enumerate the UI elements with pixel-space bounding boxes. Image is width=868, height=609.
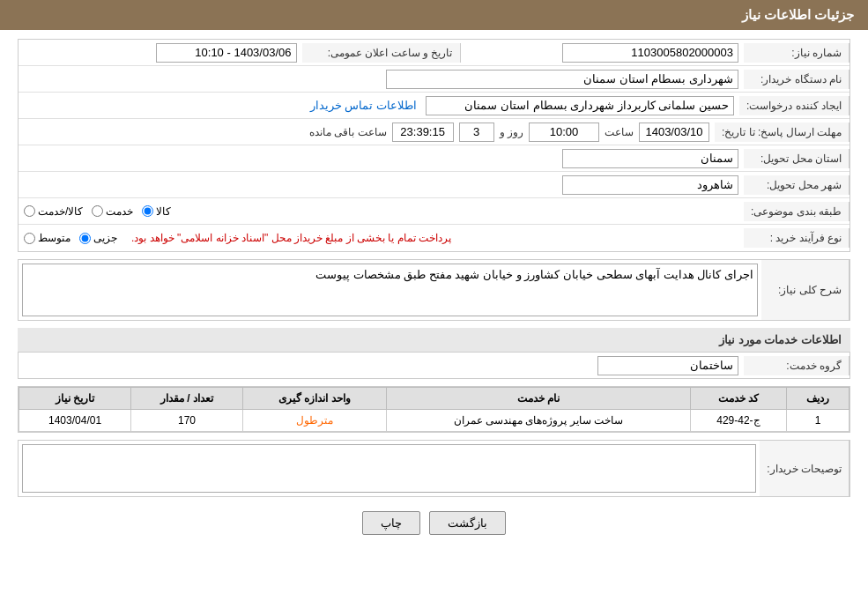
th-unit: واحد اندازه گیری [243,388,387,410]
label-need-number: شماره نیاز: [744,43,849,63]
value-delivery-province: سمنان [19,146,744,171]
buyer-desc-display [22,444,756,493]
th-quantity: تعداد / مقدار [131,388,243,410]
row-buyer-org: نام دستگاه خریدار: شهرداری بسطام استان س… [19,66,849,93]
value-need-number: 1103005802000003 [461,41,745,65]
label-buyer-desc: توصیحات خریدار: [760,441,849,496]
value-purchase-type: متوسط جزیی پرداخت تمام یا بخشی از مبلغ خ… [19,229,744,247]
remaining-time-display: 23:39:15 [392,123,454,142]
label-days: روز و [500,126,523,138]
radio-jozi[interactable]: جزیی [79,232,117,244]
th-row-num: ردیف [787,388,849,410]
value-service-group: ساختمان [19,353,744,378]
response-days-display: 3 [459,123,494,142]
buyer-org-display: شهرداری بسطام استان سمنان [386,70,738,89]
buyer-contact-link[interactable]: اطلاعات تماس خریدار [310,99,417,112]
description-section: شرح کلی نیاز: اجرای کانال هدایت آبهای سط… [18,259,850,321]
services-table: ردیف کد خدمت نام خدمت واحد اندازه گیری ت… [19,387,849,432]
label-delivery-province: استان محل تحویل: [744,149,849,168]
response-time-display: 10:00 [529,123,599,142]
th-service-name: نام خدمت [386,388,690,410]
th-service-code: کد خدمت [690,388,786,410]
cell-service-code: ج-42-429 [690,410,786,432]
radio-input-jozi[interactable] [79,233,91,244]
label-kala: کالا [156,205,171,218]
table-row: 1 ج-42-429 ساخت سایر پروژه‌های مهندسی عم… [19,410,849,432]
buyer-desc-section: توصیحات خریدار: [18,440,850,497]
cell-row-num: 1 [787,410,849,432]
label-category: طبقه بندی موضوعی: [744,202,849,221]
radio-input-khadamat[interactable] [92,205,103,217]
purchase-type-notice: پرداخت تمام یا بخشی از مبلغ خریداز محل "… [131,232,451,244]
value-category: کالا/خدمت خدمت کالا [19,203,744,220]
page-title: جزئیات اطلاعات نیاز [742,7,854,22]
value-buyer-org: شهرداری بسطام استان سمنان [19,67,744,92]
row-purchase-type: نوع فرآیند خرید : متوسط جزیی [19,225,849,251]
need-number-display: 1103005802000003 [562,43,738,63]
table-header-row: ردیف کد خدمت نام خدمت واحد اندازه گیری ت… [19,388,849,410]
purchase-type-group: متوسط جزیی پرداخت تمام یا بخشی از مبلغ خ… [24,232,738,244]
page-container: جزئیات اطلاعات نیاز شماره نیاز: 11030058… [0,0,868,609]
creator-display: حسین سلمانی کاربرداز شهرداری بسطام استان… [426,96,734,115]
print-button[interactable]: چاپ [362,511,420,535]
label-purchase-type: نوع فرآیند خرید : [744,228,849,248]
description-display: اجرای کانال هدایت آبهای سطحی خیابان کشاو… [22,264,758,316]
label-public-announce: تاریخ و ساعت اعلان عمومی: [302,43,461,63]
button-row: بازگشت چاپ [18,511,850,535]
content-area: شماره نیاز: 1103005802000003 تاریخ و ساع… [0,30,868,558]
cell-service-name: ساخت سایر پروژه‌های مهندسی عمران [386,410,690,432]
services-section-title: اطلاعات خدمات مورد نیاز [18,328,850,353]
services-table-wrapper: ردیف کد خدمت نام خدمت واحد اندازه گیری ت… [18,386,850,433]
row-creator: ایجاد کننده درخواست: حسین سلمانی کاربردا… [19,93,849,119]
label-service-group: گروه خدمت: [744,356,849,375]
label-description: شرح کلی نیاز: [761,260,849,320]
row-delivery-province: استان محل تحویل: سمنان [19,145,849,172]
row-response-deadline: مهلت ارسال پاسخ: تا تاریخ: 1403/03/10 سا… [19,119,849,145]
service-group-display: ساختمان [597,356,738,375]
label-jozi: جزیی [93,232,117,244]
response-date-display: 1403/03/10 [639,123,709,142]
page-header: جزئیات اطلاعات نیاز [0,0,868,30]
label-motawaset: متوسط [38,232,70,244]
row-delivery-city: شهر محل تحویل: شاهرود [19,172,849,198]
label-kala-khadamat: کالا/خدمت [38,205,83,218]
radio-motawaset[interactable]: متوسط [24,232,70,244]
delivery-city-display: شاهرود [562,175,738,195]
value-delivery-city: شاهرود [19,173,744,197]
delivery-province-display: سمنان [562,149,738,168]
radio-khadamat[interactable]: خدمت [92,205,133,218]
cell-quantity: 170 [131,410,243,432]
table-body: 1 ج-42-429 ساخت سایر پروژه‌های مهندسی عم… [19,410,849,432]
value-response-deadline: 1403/03/10 ساعت 10:00 روز و 3 23:39:15 س… [19,120,715,145]
cell-unit: مترطول [243,410,387,432]
deadline-row: 1403/03/10 ساعت 10:00 روز و 3 23:39:15 س… [24,123,709,142]
radio-input-kala-khadamat[interactable] [24,205,35,217]
row-need-number: شماره نیاز: 1103005802000003 تاریخ و ساع… [19,40,849,66]
category-radio-group: کالا/خدمت خدمت کالا [24,205,738,218]
public-announce-display: 1403/03/06 - 10:10 [156,43,297,63]
radio-kala-khadamat[interactable]: کالا/خدمت [24,205,83,218]
label-khadamat: خدمت [106,205,133,218]
buyer-desc-value-cell [19,441,760,496]
value-creator: حسین سلمانی کاربرداز شهرداری بسطام استان… [19,93,739,118]
label-delivery-city: شهر محل تحویل: [744,175,849,195]
purchase-type-radio-group: متوسط جزیی [24,232,117,244]
label-buyer-org: نام دستگاه خریدار: [744,70,849,89]
radio-input-kala[interactable] [142,205,153,217]
main-info-section: شماره نیاز: 1103005802000003 تاریخ و ساع… [18,39,850,252]
radio-kala[interactable]: کالا [142,205,171,218]
label-remaining: ساعت باقی مانده [309,126,387,138]
back-button[interactable]: بازگشت [429,511,506,535]
th-need-date: تاریخ نیاز [19,388,131,410]
description-value-cell: اجرای کانال هدایت آبهای سطحی خیابان کشاو… [19,260,761,320]
cell-need-date: 1403/04/01 [19,410,131,432]
table-head: ردیف کد خدمت نام خدمت واحد اندازه گیری ت… [19,388,849,410]
service-group-row: گروه خدمت: ساختمان [18,353,850,379]
radio-input-motawaset[interactable] [24,233,35,244]
value-public-announce: 1403/03/06 - 10:10 [19,41,302,65]
label-creator: ایجاد کننده درخواست: [739,96,849,115]
label-response-deadline: مهلت ارسال پاسخ: تا تاریخ: [715,123,849,142]
row-category: طبقه بندی موضوعی: کالا/خدمت خدمت کالا [19,198,849,225]
label-time: ساعت [605,126,634,138]
